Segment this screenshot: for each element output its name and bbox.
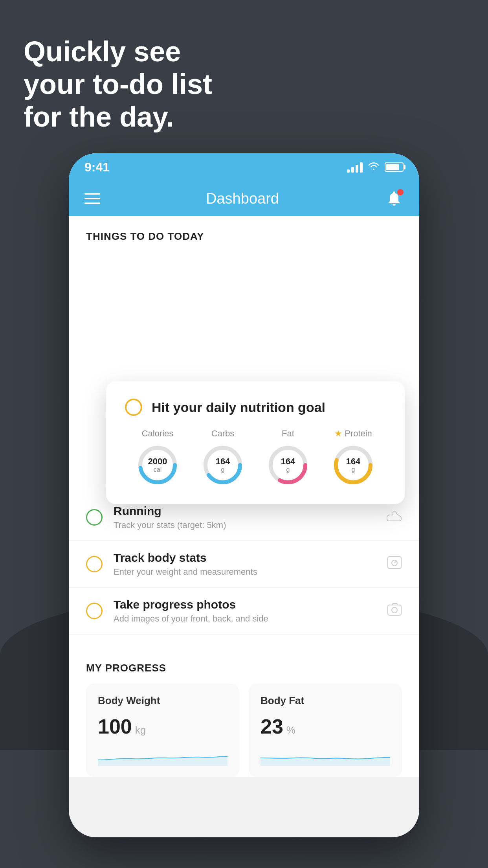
body-fat-title: Body Fat xyxy=(261,695,390,707)
todo-text-photos: Take progress photos Add images of your … xyxy=(114,598,376,624)
body-weight-value: 100 xyxy=(98,715,132,738)
body-fat-chart xyxy=(261,746,390,766)
card-title: Hit your daily nutrition goal xyxy=(152,400,325,415)
svg-line-2 xyxy=(394,561,396,563)
wifi-icon xyxy=(367,161,380,173)
body-weight-unit: kg xyxy=(135,724,146,736)
nav-title: Dashboard xyxy=(206,190,279,207)
progress-card-weight: Body Weight 100 kg xyxy=(86,684,239,777)
notification-bell-icon[interactable] xyxy=(385,189,404,208)
status-bar: 9:41 xyxy=(69,153,419,181)
calories-unit: cal xyxy=(148,466,167,473)
protein-label: ★ Protein xyxy=(334,428,372,439)
todo-subtitle-running: Track your stats (target: 5km) xyxy=(114,520,375,530)
todo-circle-running xyxy=(86,509,103,526)
body-weight-chart xyxy=(98,746,227,766)
card-title-row: Hit your daily nutrition goal xyxy=(125,399,386,416)
todo-subtitle-body-stats: Enter your weight and measurements xyxy=(114,567,376,577)
todo-circle-photos xyxy=(86,603,103,619)
hamburger-menu[interactable] xyxy=(84,193,100,204)
app-headline: Quickly see your to-do list for the day. xyxy=(24,35,212,133)
star-icon: ★ xyxy=(334,428,342,439)
nutrition-protein: ★ Protein 164 g xyxy=(332,428,375,487)
todo-item-photos[interactable]: Take progress photos Add images of your … xyxy=(69,588,419,634)
signal-icon xyxy=(347,162,363,173)
nutrition-fat: Fat 164 g xyxy=(266,428,310,487)
protein-value: 164 xyxy=(346,457,361,466)
svg-rect-3 xyxy=(388,605,401,615)
nutrition-carbs: Carbs 164 g xyxy=(201,428,244,487)
status-icons xyxy=(347,161,404,173)
nutrition-circles: Calories 2000 cal Carbs xyxy=(125,428,386,487)
status-time: 9:41 xyxy=(84,160,110,175)
calories-donut: 2000 cal xyxy=(136,443,179,487)
fat-donut: 164 g xyxy=(266,443,310,487)
todo-title-body-stats: Track body stats xyxy=(114,551,376,565)
svg-point-4 xyxy=(392,607,397,613)
nav-bar: Dashboard xyxy=(69,181,419,216)
progress-cards: Body Weight 100 kg Body Fat xyxy=(86,684,402,777)
headline-line3: for the day. xyxy=(24,101,174,132)
nutrition-floating-card: Hit your daily nutrition goal Calories 2… xyxy=(106,381,405,504)
body-fat-unit: % xyxy=(286,724,295,736)
protein-donut: 164 g xyxy=(332,443,375,487)
body-fat-value: 23 xyxy=(261,715,283,738)
body-weight-value-row: 100 kg xyxy=(98,715,227,738)
todo-text-running: Running Track your stats (target: 5km) xyxy=(114,504,375,530)
headline-line2: your to-do list xyxy=(24,68,212,100)
notification-dot xyxy=(397,189,404,195)
body-fat-value-row: 23 % xyxy=(261,715,390,738)
todo-item-body-stats[interactable]: Track body stats Enter your weight and m… xyxy=(69,541,419,588)
todo-text-body-stats: Track body stats Enter your weight and m… xyxy=(114,551,376,577)
carbs-value: 164 xyxy=(216,457,230,466)
calories-label: Calories xyxy=(142,428,174,439)
body-weight-title: Body Weight xyxy=(98,695,227,707)
nutrition-calories: Calories 2000 cal xyxy=(136,428,179,487)
scale-icon xyxy=(387,556,402,572)
carbs-donut: 164 g xyxy=(201,443,244,487)
photo-icon xyxy=(387,603,402,619)
headline-line1: Quickly see xyxy=(24,36,181,67)
fat-value: 164 xyxy=(281,457,295,466)
todo-subtitle-photos: Add images of your front, back, and side xyxy=(114,614,376,624)
fat-label: Fat xyxy=(282,428,294,439)
card-check-circle xyxy=(125,399,142,416)
todo-title-photos: Take progress photos xyxy=(114,598,376,611)
carbs-label: Carbs xyxy=(211,428,235,439)
phone-mockup: 9:41 Dashboard xyxy=(69,153,419,837)
todo-circle-body-stats xyxy=(86,556,103,572)
fat-unit: g xyxy=(281,466,295,473)
carbs-unit: g xyxy=(216,466,230,473)
progress-header: MY PROGRESS xyxy=(86,650,402,684)
todo-list: Running Track your stats (target: 5km) T… xyxy=(69,494,419,634)
progress-section: MY PROGRESS Body Weight 100 kg xyxy=(69,650,419,777)
shoe-icon xyxy=(386,510,402,525)
things-to-do-header: THINGS TO DO TODAY xyxy=(69,216,419,250)
calories-value: 2000 xyxy=(148,457,167,466)
todo-title-running: Running xyxy=(114,504,375,518)
battery-icon xyxy=(385,162,404,172)
protein-unit: g xyxy=(346,466,361,473)
progress-card-fat: Body Fat 23 % xyxy=(249,684,402,777)
